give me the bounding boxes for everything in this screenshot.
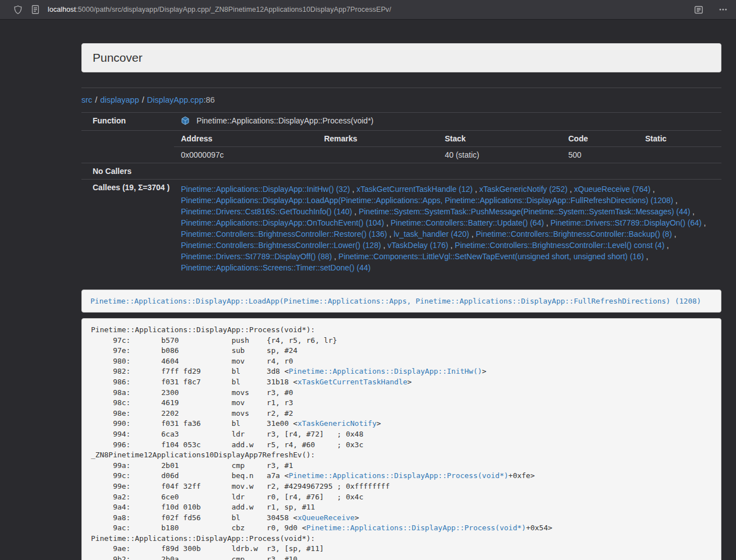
callee-link[interactable]: Pinetime::Controllers::Battery::Update()… [391, 218, 544, 227]
url-path: :5000/path/src/displayapp/DisplayApp.cpp… [76, 6, 391, 13]
callee-separator: , [665, 241, 669, 250]
metrics-cell: Address Remarks Stack Code Static 0x0000… [174, 131, 721, 163]
callee-separator: , [473, 185, 479, 194]
function-label: Function [81, 113, 174, 131]
col-stack: Stack [438, 131, 561, 147]
breadcrumb-link-file[interactable]: DisplayApp.cpp [147, 95, 204, 104]
callee-link[interactable]: xTaskGenericNotify (252) [479, 185, 568, 194]
callee-link[interactable]: Pinetime::Components::LittleVgl::SetNewT… [339, 252, 644, 261]
breadcrumb-line-number: :86 [203, 95, 214, 104]
function-name: Pinetime::Applications::DisplayApp::Proc… [196, 116, 373, 125]
reader-mode-icon[interactable] [693, 4, 703, 15]
callee-link[interactable]: xQueueReceive (764) [574, 185, 651, 194]
callee-link[interactable]: Pinetime::Applications::DisplayApp::Init… [181, 185, 350, 194]
callee-link[interactable]: Pinetime::Controllers::BrightnessControl… [181, 229, 387, 238]
metrics-table: Address Remarks Stack Code Static 0x0000… [174, 131, 721, 163]
col-address: Address [174, 131, 317, 147]
divider [81, 88, 721, 88]
callee-separator: , [690, 207, 694, 216]
callees-cell: Pinetime::Applications::DisplayApp::Init… [174, 180, 721, 279]
callee-separator: , [384, 218, 391, 227]
remarks-value [317, 147, 438, 163]
browser-toolbar: localhost:5000/path/src/displayapp/Displ… [0, 0, 736, 20]
code-symbol-link[interactable]: Pinetime::Applications::DisplayApp::Proc… [289, 471, 508, 480]
callee-separator: , [644, 252, 648, 261]
col-code: Code [561, 131, 638, 147]
callee-link[interactable]: Pinetime::Controllers::BrightnessControl… [476, 229, 671, 238]
callee-link[interactable]: Pinetime::Drivers::Cst816S::GetTouchInfo… [181, 207, 352, 216]
code-symbol-link[interactable]: xTaskGetCurrentTaskHandle [298, 378, 408, 386]
page-actions-icon[interactable] [718, 4, 728, 15]
callee-separator: , [352, 207, 359, 216]
metrics-row: Address Remarks Stack Code Static 0x0000… [81, 131, 721, 163]
breadcrumb-link-src[interactable]: src [81, 95, 92, 104]
callee-link[interactable]: Pinetime::Drivers::St7789::DisplayOff() … [181, 252, 332, 261]
function-row: Function Pinetime::Applications::Display… [81, 113, 721, 131]
address-value: 0x0000097c [174, 147, 317, 163]
breadcrumb-link-displayapp[interactable]: displayapp [100, 95, 139, 104]
no-callers-label: No Callers [81, 163, 174, 180]
main-content: Puncover src/displayapp/DisplayApp.cpp:8… [81, 43, 721, 560]
col-remarks: Remarks [317, 131, 438, 147]
callee-separator: , [672, 229, 676, 238]
callee-separator: , [387, 229, 394, 238]
callees-row: Callees (19, Σ=3704 ) Pinetime::Applicat… [81, 180, 721, 279]
callee-link[interactable]: xTaskGetCurrentTaskHandle (12) [356, 185, 473, 194]
callee-link[interactable]: vTaskDelay (176) [387, 241, 448, 250]
breadcrumb: src/displayapp/DisplayApp.cpp:86 [81, 95, 721, 104]
callee-separator: , [469, 229, 476, 238]
metrics-header-row: Address Remarks Stack Code Static [174, 131, 721, 147]
function-name-cell: Pinetime::Applications::DisplayApp::Proc… [174, 113, 721, 131]
callees-list: Pinetime::Applications::DisplayApp::Init… [181, 183, 717, 275]
function-table: Function Pinetime::Applications::Display… [81, 112, 721, 278]
callee-separator: , [544, 218, 551, 227]
callee-link[interactable]: Pinetime::Drivers::St7789::DisplayOn() (… [551, 218, 702, 227]
selected-symbol-panel: Pinetime::Applications::DisplayApp::Load… [81, 290, 721, 313]
empty-label-cell [81, 131, 174, 163]
breadcrumb-separator: / [95, 95, 97, 104]
callee-separator: , [448, 241, 455, 250]
callee-separator: , [568, 185, 574, 194]
col-static: Static [638, 131, 721, 147]
code-symbol-link[interactable]: xQueueReceive [298, 513, 355, 522]
callee-link[interactable]: lv_task_handler (420) [394, 229, 469, 238]
url-host: localhost [48, 6, 76, 13]
callee-link[interactable]: Pinetime::Applications::DisplayApp::Load… [181, 196, 673, 205]
code-symbol-link[interactable]: Pinetime::Applications::DisplayApp::Proc… [307, 524, 526, 532]
address-bar[interactable]: localhost:5000/path/src/displayapp/Displ… [48, 6, 693, 13]
callee-link[interactable]: Pinetime::Controllers::BrightnessControl… [455, 241, 664, 250]
callee-separator: , [673, 196, 678, 205]
static-value [638, 147, 721, 163]
selected-symbol-link[interactable]: Pinetime::Applications::DisplayApp::Load… [90, 297, 701, 305]
disassembly-code: Pinetime::Applications::DisplayApp::Proc… [81, 318, 721, 560]
stack-value: 40 (static) [438, 147, 561, 163]
callee-separator: , [381, 241, 388, 250]
code-symbol-link[interactable]: xTaskGenericNotify [298, 419, 377, 428]
breadcrumb-separator: / [142, 95, 144, 104]
callee-link[interactable]: Pinetime::Applications::Screens::Timer::… [181, 263, 371, 272]
no-callers-cell [174, 163, 721, 180]
app-header-panel: Puncover [81, 43, 721, 72]
no-callers-row: No Callers [81, 163, 721, 180]
toolbar-actions [693, 4, 728, 15]
callees-label: Callees (19, Σ=3704 ) [81, 180, 174, 279]
callee-link[interactable]: Pinetime::Controllers::BrightnessControl… [181, 241, 381, 250]
callee-separator: , [350, 185, 356, 194]
code-symbol-link[interactable]: Pinetime::Applications::DisplayApp::Init… [289, 367, 482, 375]
function-icon [181, 116, 190, 127]
metrics-values-row: 0x0000097c 40 (static) 500 [174, 147, 721, 163]
code-value: 500 [561, 147, 638, 163]
callee-separator: , [702, 218, 706, 227]
callee-separator: , [651, 185, 655, 194]
page-title: Puncover [93, 51, 710, 65]
callee-separator: , [332, 252, 339, 261]
page-info-icon[interactable] [30, 4, 40, 15]
callee-link[interactable]: Pinetime::Applications::DisplayApp::OnTo… [181, 218, 384, 227]
tracking-protection-shield-icon[interactable] [13, 4, 23, 15]
callee-link[interactable]: Pinetime::System::SystemTask::PushMessag… [359, 207, 691, 216]
